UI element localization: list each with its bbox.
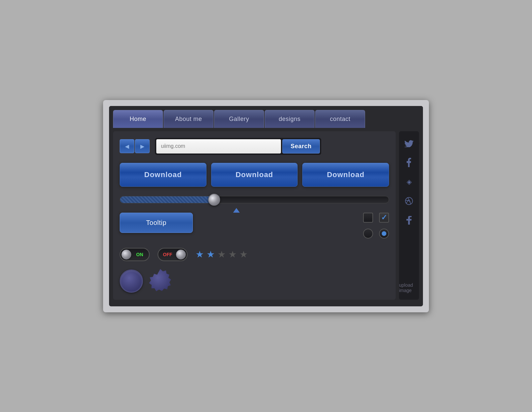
nav-item-about[interactable]: About me xyxy=(164,110,213,128)
radio-unselected[interactable] xyxy=(363,229,373,239)
nav-item-gallery[interactable]: Gallery xyxy=(214,110,264,128)
prev-button[interactable]: ◀ xyxy=(120,139,134,153)
badge-circle xyxy=(120,269,143,293)
download-button-2[interactable]: Download xyxy=(211,163,298,187)
toggle-on-label: ON xyxy=(131,252,148,257)
stars-area: ★ ★ ★ ★ ★ xyxy=(196,249,248,260)
slider-thumb[interactable] xyxy=(208,194,220,206)
tooltip-area: Tooltip xyxy=(120,213,353,233)
checkbox-unchecked[interactable] xyxy=(363,213,373,223)
radio-row xyxy=(363,229,389,239)
slider-track[interactable] xyxy=(120,196,389,203)
nav-item-home[interactable]: Home xyxy=(113,110,163,128)
toggle-on[interactable]: ON xyxy=(120,248,150,261)
social-facebook[interactable] xyxy=(401,154,417,170)
social-deviantart[interactable]: ◈ xyxy=(401,174,417,190)
nav-item-contact[interactable]: contact xyxy=(315,110,365,128)
search-row: ◀ ▶ Search xyxy=(120,138,389,155)
checkboxes-area: ✓ xyxy=(363,213,389,239)
toggle-on-knob xyxy=(121,250,131,259)
nav-arrows: ◀ ▶ xyxy=(120,139,150,153)
star-1[interactable]: ★ xyxy=(196,249,204,260)
radio-selected[interactable] xyxy=(379,229,389,239)
download-row: Download Download Download xyxy=(120,163,389,187)
search-button[interactable]: Search xyxy=(282,139,320,154)
star-2[interactable]: ★ xyxy=(206,249,215,260)
toggle-off-label: OFF xyxy=(159,252,176,257)
download-button-3[interactable]: Download xyxy=(302,163,389,187)
badge-gear xyxy=(148,269,172,293)
tooltip-pointer-icon xyxy=(233,208,240,213)
tooltip-button[interactable]: Tooltip xyxy=(120,213,193,233)
nav-bar: Home About me Gallery designs contact xyxy=(109,106,423,128)
checkbox-checked[interactable]: ✓ xyxy=(379,213,389,223)
nav-item-designs[interactable]: designs xyxy=(265,110,315,128)
social-tumblr[interactable] xyxy=(401,212,417,228)
checkbox-row: ✓ xyxy=(363,213,389,223)
search-box: Search xyxy=(155,138,321,155)
main-panel: ◀ ▶ Search Download Download Download xyxy=(113,131,396,300)
upload-area: upload image xyxy=(399,282,419,296)
social-dribbble[interactable] xyxy=(401,193,417,209)
slider-row xyxy=(120,196,389,203)
slider-fill xyxy=(120,196,219,203)
outer-wrapper: Home About me Gallery designs contact ◀ … xyxy=(103,100,429,312)
controls-row: Tooltip ✓ xyxy=(120,213,389,239)
toggle-off[interactable]: OFF xyxy=(158,248,188,261)
main-container: Home About me Gallery designs contact ◀ … xyxy=(109,106,423,306)
download-button-1[interactable]: Download xyxy=(120,163,206,187)
next-button[interactable]: ▶ xyxy=(135,139,150,153)
star-4[interactable]: ★ xyxy=(228,249,237,260)
social-twitter[interactable] xyxy=(401,135,417,151)
radio-dot xyxy=(382,231,386,236)
upload-label[interactable]: upload image xyxy=(399,282,419,293)
toggle-off-knob xyxy=(176,250,186,259)
toggles-row: ON OFF ★ ★ ★ ★ ★ xyxy=(120,248,389,261)
search-input[interactable] xyxy=(156,139,281,154)
checkmark-icon: ✓ xyxy=(381,213,387,222)
social-sidebar: ◈ upload image xyxy=(399,131,419,300)
star-3[interactable]: ★ xyxy=(217,249,226,260)
star-5[interactable]: ★ xyxy=(239,249,248,260)
content-area: ◀ ▶ Search Download Download Download xyxy=(109,128,423,300)
badges-row xyxy=(120,269,389,293)
